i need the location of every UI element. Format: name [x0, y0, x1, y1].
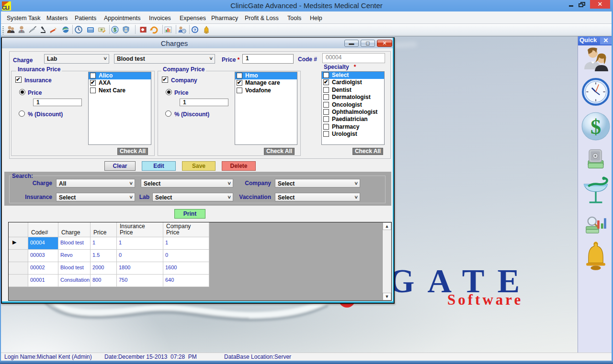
svg-text:$: $	[590, 115, 601, 139]
svg-text:?: ?	[193, 27, 196, 33]
svg-text:$: $	[114, 27, 116, 33]
